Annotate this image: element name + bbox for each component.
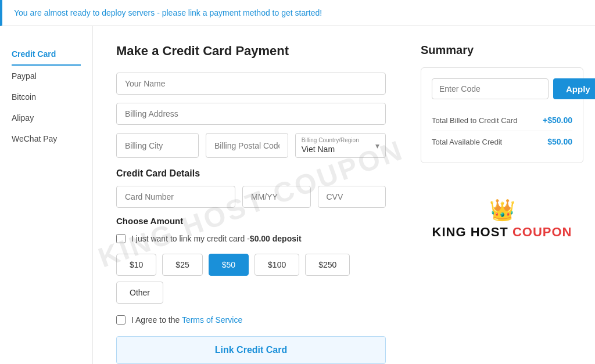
info-banner: You are almost ready to deploy servers -… <box>0 0 595 26</box>
sidebar-item-paypal[interactable]: Paypal <box>12 66 81 87</box>
billing-city-input[interactable] <box>116 133 199 158</box>
summary-card: Apply Total Billed to Credit Card +$50.0… <box>421 67 583 163</box>
amount-btn-10[interactable]: $10 <box>116 254 156 276</box>
amount-btn-100[interactable]: $100 <box>255 254 299 276</box>
link-credit-card-button[interactable]: Link Credit Card <box>116 336 386 364</box>
content-area: KING HOST COUPON Make a Credit Card Paym… <box>93 26 409 364</box>
sidebar: Credit Card Paypal Bitcoin Alipay WeChat… <box>0 26 93 364</box>
total-billed-value: +$50.00 <box>543 116 572 125</box>
billing-city-postal-row: Billing Country/Region Viet Nam ▾ <box>116 133 386 158</box>
logo-area: 👑 KING HOST COUPON <box>421 198 583 240</box>
terms-label: I Agree to the Terms of Service <box>131 315 242 325</box>
logo-coupon: COUPON <box>508 225 572 239</box>
payment-form: Make a Credit Card Payment Billing Count… <box>116 44 386 364</box>
card-number-input[interactable] <box>116 186 235 208</box>
sidebar-item-credit-card[interactable]: Credit Card <box>12 44 81 66</box>
terms-checkbox[interactable] <box>116 315 126 325</box>
your-name-row <box>116 73 386 95</box>
billing-address-row <box>116 103 386 125</box>
your-name-input[interactable] <box>116 73 386 95</box>
card-details-row <box>116 186 386 208</box>
crown-icon: 👑 <box>421 198 583 222</box>
banner-text: You are almost ready to deploy servers -… <box>14 8 322 17</box>
page-title: Make a Credit Card Payment <box>116 44 386 59</box>
amount-btn-25[interactable]: $25 <box>162 254 202 276</box>
total-credit-label: Total Available Credit <box>432 138 502 146</box>
sidebar-item-alipay[interactable]: Alipay <box>12 107 81 128</box>
card-cvv-input[interactable] <box>318 186 386 208</box>
amount-btn-other[interactable]: Other <box>116 282 163 304</box>
link-only-checkbox[interactable] <box>116 234 126 243</box>
choose-amount-heading: Choose Amount <box>116 216 386 226</box>
summary-panel: Summary Apply Total Billed to Credit Car… <box>409 26 595 364</box>
link-only-row: I just want to link my credit card -$0.0… <box>116 234 386 243</box>
main-layout: Credit Card Paypal Bitcoin Alipay WeChat… <box>0 26 595 364</box>
country-label: Billing Country/Region <box>302 137 379 143</box>
total-billed-label: Total Billed to Credit Card <box>432 116 517 125</box>
amount-buttons: $10 $25 $50 $100 $250 Other <box>116 254 386 304</box>
summary-title: Summary <box>421 44 583 57</box>
coupon-input[interactable] <box>432 78 549 99</box>
credit-card-details-heading: Credit Card Details <box>116 168 386 179</box>
amount-btn-250[interactable]: $250 <box>305 254 350 276</box>
billing-address-input[interactable] <box>116 103 386 125</box>
link-only-label: I just want to link my credit card -$0.0… <box>131 234 302 243</box>
sidebar-item-bitcoin[interactable]: Bitcoin <box>12 87 81 107</box>
country-select-wrap: Billing Country/Region Viet Nam ▾ <box>295 133 386 158</box>
sidebar-item-wechat-pay[interactable]: WeChat Pay <box>12 128 81 149</box>
logo-king-host: KING HOST <box>432 225 508 239</box>
country-select[interactable]: Viet Nam <box>302 145 379 154</box>
card-expiry-input[interactable] <box>242 186 311 208</box>
billing-postal-input[interactable] <box>206 133 288 158</box>
summary-row-credit: Total Available Credit $50.00 <box>432 131 572 152</box>
amount-btn-50[interactable]: $50 <box>209 254 249 276</box>
coupon-row: Apply <box>432 78 572 99</box>
terms-row: I Agree to the Terms of Service <box>116 315 386 325</box>
logo-text: KING HOST COUPON <box>421 225 583 240</box>
total-credit-value: $50.00 <box>547 137 572 146</box>
summary-row-billed: Total Billed to Credit Card +$50.00 <box>432 110 572 131</box>
apply-button[interactable]: Apply <box>553 78 595 99</box>
terms-of-service-link[interactable]: Terms of Service <box>182 315 242 325</box>
